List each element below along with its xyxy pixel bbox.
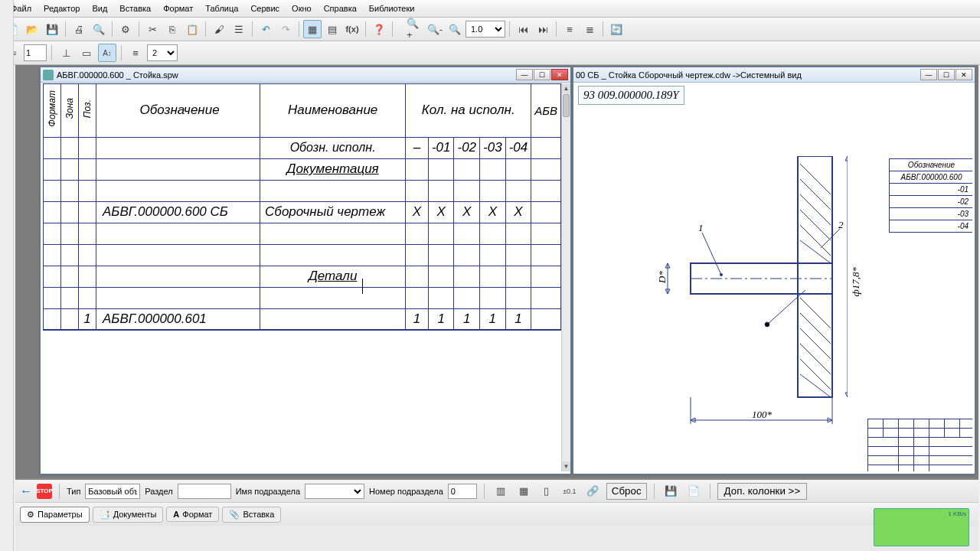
nav-prev-icon[interactable]: ⏮ — [514, 20, 532, 38]
num-input[interactable] — [24, 44, 47, 61]
undo-icon[interactable]: ↶ — [256, 20, 275, 38]
spec-titlebar[interactable]: АБВГ.000000.600 _ Стойка.spw — ☐ ✕ — [41, 67, 570, 83]
section-details[interactable]: Детали — [260, 266, 406, 287]
scroll-down-icon[interactable]: ▼ — [562, 461, 570, 471]
mode1-icon[interactable]: ▦ — [303, 20, 322, 38]
align1-icon[interactable]: ≡ — [560, 20, 579, 38]
open-icon[interactable]: 📂 — [23, 20, 41, 38]
zoom-out-icon[interactable]: 🔍- — [426, 20, 444, 38]
preview-icon[interactable]: 🔍 — [90, 20, 108, 38]
grid-icon[interactable]: ▦ — [514, 482, 533, 500]
spec-scrollbar[interactable]: ▲ ▼ — [561, 83, 570, 471]
spec-grid[interactable]: Формат Зона Поз. Обозначение Наименовани… — [43, 83, 561, 471]
doc-row-des[interactable]: АБВГ.000000.600 СБ — [96, 201, 260, 223]
tab-format[interactable]: AФормат — [166, 507, 219, 522]
nom-input[interactable] — [448, 484, 477, 499]
det-row-des[interactable]: АБВГ.000000.601 — [96, 308, 260, 330]
doc-row-q2[interactable]: X — [454, 201, 480, 223]
cut-icon[interactable]: ✂ — [143, 20, 162, 38]
properties-icon[interactable]: ⚙ — [116, 20, 135, 38]
brush-icon[interactable]: 🖌 — [210, 20, 228, 38]
copy-icon[interactable]: ⎘ — [163, 20, 181, 38]
drawing-titlebar[interactable]: 00 СБ _ Стойка Сборочный чертеж.cdw ->Си… — [573, 67, 975, 83]
help-pointer-icon[interactable]: ❓ — [370, 20, 388, 38]
align2-icon[interactable]: ≣ — [580, 20, 599, 38]
secondary-toolbar: № ⊥ ▭ A↕ ≡ 2 — [0, 41, 980, 65]
svg-line-17 — [821, 229, 840, 248]
bom-header: Обозначение — [890, 159, 973, 171]
razdel-input[interactable] — [178, 484, 231, 499]
close-button[interactable]: ✕ — [956, 69, 972, 80]
save2-icon[interactable]: 💾 — [662, 482, 680, 500]
menu-libraries[interactable]: Библиотеки — [363, 2, 421, 15]
stop-button[interactable]: STOP — [37, 484, 52, 499]
box-icon[interactable]: ▭ — [77, 44, 96, 62]
col-format: Формат — [47, 90, 57, 127]
det-row-q4[interactable]: 1 — [505, 308, 531, 330]
svg-line-15 — [702, 233, 721, 275]
menu-format[interactable]: Формат — [157, 2, 199, 15]
scroll-up-icon[interactable]: ▲ — [562, 83, 570, 93]
mode2-icon[interactable]: ▤ — [323, 20, 341, 38]
back-arrow-icon[interactable]: ← — [20, 484, 32, 498]
save-icon[interactable]: 💾 — [43, 20, 61, 38]
page-icon[interactable]: 📄 — [684, 482, 703, 500]
zoom-in-icon[interactable]: 🔍+ — [406, 20, 424, 38]
doc-row-q1[interactable]: X — [428, 201, 454, 223]
det-row-pos[interactable]: 1 — [79, 308, 96, 330]
det-row-q0[interactable]: 1 — [406, 308, 429, 330]
doc-row-name[interactable]: Сборочный чертеж — [260, 201, 406, 223]
property-panel: ← STOP Тип Раздел Имя подраздела Номер п… — [15, 478, 978, 551]
doc-row-q4[interactable]: X — [505, 201, 531, 223]
drawing-canvas[interactable]: 93 009.000000.189Y Обозначение АБВГ.0000… — [576, 83, 972, 471]
section-documentation[interactable]: Документация — [260, 158, 406, 180]
cols-icon[interactable]: ▥ — [492, 482, 510, 500]
menu-service[interactable]: Сервис — [244, 2, 286, 15]
det-row-q3[interactable]: 1 — [480, 308, 506, 330]
tab-docs[interactable]: 📑Документы — [93, 507, 164, 523]
scroll-thumb[interactable] — [563, 94, 570, 117]
perp-icon[interactable]: ⊥ — [57, 44, 75, 62]
minimize-button[interactable]: — — [920, 69, 937, 80]
type-input[interactable] — [85, 484, 140, 499]
menu-insert[interactable]: Вставка — [113, 2, 157, 15]
menu-bar: Файл Редактор Вид Вставка Формат Таблица… — [0, 0, 980, 18]
maximize-button[interactable]: ☐ — [534, 69, 550, 80]
det-row-q1[interactable]: 1 — [428, 308, 454, 330]
link-icon[interactable]: 🔗 — [583, 482, 602, 500]
col2-icon[interactable]: ▯ — [537, 482, 556, 500]
reset-button[interactable]: Сброс — [606, 483, 647, 500]
zoom-fit-icon[interactable]: 🔍 — [446, 20, 464, 38]
menu-help[interactable]: Справка — [318, 2, 363, 15]
doc-row-q3[interactable]: X — [480, 201, 506, 223]
list-icon[interactable]: ☰ — [230, 20, 248, 38]
det-row-q2[interactable]: 1 — [454, 308, 480, 330]
close-button[interactable]: ✕ — [551, 69, 568, 80]
drawing-part: 1 2 D* ф17,8* 100* — [626, 156, 848, 432]
tab-params[interactable]: ⚙Параметры — [20, 507, 90, 523]
extra-cols-button[interactable]: Доп. колонки >> — [717, 483, 808, 500]
q-h1: -01 — [428, 137, 454, 158]
text-style-icon[interactable]: A↕ — [98, 44, 116, 62]
menu-editor[interactable]: Редактор — [38, 2, 86, 15]
fx-icon[interactable]: f(x) — [343, 20, 361, 38]
doc-row-q0[interactable]: X — [406, 201, 429, 223]
svg-line-10 — [800, 313, 831, 344]
lines-icon[interactable]: ≡ — [126, 44, 145, 62]
tol-icon[interactable]: ±0.1 — [560, 482, 579, 500]
nav-next-icon[interactable]: ⏭ — [534, 20, 552, 38]
menu-table[interactable]: Таблица — [199, 2, 244, 15]
zoom-input[interactable]: 1.0 — [466, 21, 505, 37]
minimize-button[interactable]: — — [516, 69, 533, 80]
print-icon[interactable]: 🖨 — [70, 20, 88, 38]
menu-window[interactable]: Окно — [286, 2, 318, 15]
podraz-select[interactable] — [305, 484, 364, 499]
paste-icon[interactable]: 📋 — [183, 20, 201, 38]
redo-icon[interactable]: ↷ — [276, 20, 295, 38]
refresh-icon[interactable]: 🔄 — [607, 20, 626, 38]
tab-insert[interactable]: 📎Вставка — [222, 507, 281, 523]
maximize-button[interactable]: ☐ — [938, 69, 955, 80]
app-left-strip — [0, 0, 14, 551]
menu-view[interactable]: Вид — [86, 2, 113, 15]
num2-input[interactable]: 2 — [147, 44, 178, 61]
